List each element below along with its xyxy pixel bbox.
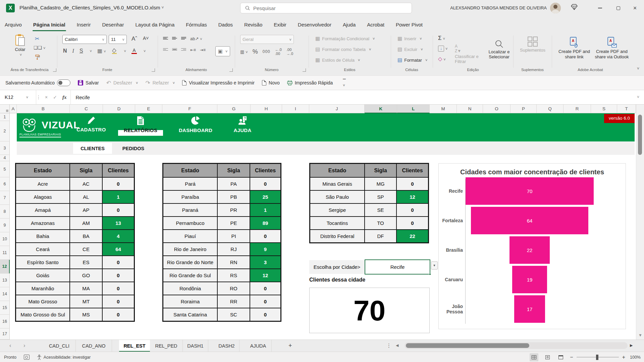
- state-cell[interactable]: Distrito Federal: [310, 230, 365, 243]
- comma-style-icon[interactable]: 000: [263, 49, 270, 54]
- clients-cell[interactable]: 0: [250, 295, 281, 308]
- menu-tab-desenvolvedor[interactable]: Desenvolvedor: [297, 16, 332, 33]
- subtab-pedidos[interactable]: PEDIDOS: [117, 143, 149, 154]
- chart-bar-caruaru[interactable]: 19: [512, 266, 547, 293]
- subtab-clientes[interactable]: CLIENTES: [73, 143, 112, 154]
- increase-decimal-icon[interactable]: ←.0.00: [275, 48, 282, 56]
- clients-cell[interactable]: 25: [250, 190, 281, 203]
- page-layout-view-button[interactable]: [543, 353, 552, 361]
- menu-tab-exibir[interactable]: Exibir: [273, 16, 287, 33]
- state-cell[interactable]: São Paulo: [310, 190, 365, 203]
- delete-cells-button[interactable]: ▧ Excluir˅: [397, 46, 423, 52]
- clients-cell[interactable]: 0: [250, 177, 281, 190]
- clients-cell[interactable]: 0: [102, 295, 134, 308]
- abbr-cell[interactable]: MG: [365, 177, 396, 190]
- page-break-view-button[interactable]: [556, 353, 565, 361]
- clients-cell[interactable]: 0: [396, 217, 428, 230]
- gem-icon[interactable]: [571, 4, 578, 10]
- vertical-scrollbar-thumb[interactable]: [638, 115, 642, 155]
- abbr-cell[interactable]: RR: [217, 295, 250, 308]
- collapse-ribbon-icon[interactable]: ˅: [637, 66, 639, 71]
- state-cell[interactable]: Mato Grosso do Sul: [16, 308, 70, 321]
- state-cell[interactable]: Acre: [16, 177, 70, 190]
- clients-cell[interactable]: 89: [250, 217, 281, 230]
- state-cell[interactable]: Mato Grosso: [16, 295, 70, 308]
- clients-cell[interactable]: 0: [250, 282, 281, 295]
- abbr-cell[interactable]: PR: [217, 203, 250, 217]
- chart-bar-joão-pessoa[interactable]: 17: [514, 295, 545, 323]
- abbr-cell[interactable]: MS: [70, 308, 102, 321]
- horizontal-scrollbar[interactable]: [405, 342, 628, 349]
- macro-record-icon[interactable]: [24, 355, 30, 360]
- create-pdf-link-button[interactable]: A Create PDF and share link: [557, 37, 591, 59]
- print-preview-button[interactable]: Visualizar Impressão e Imprimir: [182, 80, 255, 85]
- clients-cell[interactable]: 0: [250, 230, 281, 243]
- header-cell[interactable]: Clientes: [250, 164, 281, 177]
- clients-cell[interactable]: 0: [102, 203, 134, 217]
- add-sheet-button[interactable]: +: [288, 342, 292, 349]
- align-bottom-icon[interactable]: [181, 37, 186, 41]
- clear-icon[interactable]: ◇˅: [438, 56, 446, 62]
- avatar[interactable]: [550, 3, 561, 13]
- restore-button[interactable]: [610, 0, 626, 16]
- close-button[interactable]: ×: [627, 0, 643, 16]
- clients-cell[interactable]: 4: [102, 230, 134, 243]
- horizontal-scrollbar-thumb[interactable]: [406, 343, 529, 348]
- create-pdf-outlook-button[interactable]: A Create PDF and share via Outlook: [594, 37, 629, 59]
- abbr-cell[interactable]: AL: [70, 190, 102, 203]
- banner-nav-relatórios[interactable]: RELATÓRIOS: [115, 116, 166, 133]
- zoom-slider[interactable]: − +: [570, 354, 625, 360]
- chevron-down-icon[interactable]: ˅: [124, 49, 126, 53]
- minimize-button[interactable]: [592, 0, 608, 16]
- clients-cell[interactable]: 0: [396, 177, 428, 190]
- abbr-cell[interactable]: CE: [70, 243, 102, 256]
- state-cell[interactable]: Pernambuco: [163, 217, 217, 230]
- abbr-cell[interactable]: RN: [217, 256, 250, 269]
- abbr-cell[interactable]: RS: [217, 269, 250, 282]
- font-name-select[interactable]: Calibri˅: [62, 35, 107, 44]
- font-size-select[interactable]: 11˅: [109, 35, 127, 44]
- city-dropdown-button[interactable]: ▼: [431, 261, 438, 269]
- redo-button[interactable]: ↷ Refazer ˅: [146, 79, 175, 86]
- grow-font-icon[interactable]: Aˆ: [131, 36, 137, 42]
- abbr-cell[interactable]: MT: [70, 295, 102, 308]
- normal-view-button[interactable]: [530, 353, 538, 361]
- prev-sheet-icon[interactable]: ‹: [9, 343, 11, 349]
- scroll-down-icon[interactable]: ▼: [638, 333, 642, 338]
- state-cell[interactable]: Santa Catarina: [163, 308, 217, 321]
- new-document-button[interactable]: Novo: [262, 80, 280, 85]
- align-left-icon[interactable]: [163, 48, 168, 52]
- shrink-font-icon[interactable]: A˅: [143, 36, 149, 41]
- addins-button[interactable]: Suplementos: [519, 36, 547, 53]
- state-cell[interactable]: Maranhão: [16, 282, 70, 295]
- align-center-icon[interactable]: [172, 48, 177, 52]
- sheet-tab-rel_ped[interactable]: REL_PED: [150, 340, 183, 352]
- state-cell[interactable]: Rio Grande do Norte: [163, 256, 217, 269]
- sort-filter-button[interactable]: AZ▼ Classificar e Filtrar: [455, 44, 483, 64]
- decrease-indent-icon[interactable]: ⇤≡: [190, 48, 196, 52]
- header-cell[interactable]: Estado: [310, 164, 365, 177]
- dialog-launcher-icon[interactable]: [303, 68, 306, 72]
- name-box[interactable]: K12 ˅: [0, 90, 36, 104]
- clients-cell[interactable]: 0: [102, 308, 134, 321]
- increase-indent-icon[interactable]: ⇥≡: [200, 48, 206, 52]
- city-selector-cell[interactable]: Recife: [365, 259, 430, 275]
- autosave-toggle[interactable]: [57, 79, 70, 86]
- state-cell[interactable]: Paraíba: [163, 190, 217, 203]
- state-cell[interactable]: Rio de Janeiro: [163, 243, 217, 256]
- abbr-cell[interactable]: ES: [70, 256, 102, 269]
- font-color-icon[interactable]: A: [131, 48, 137, 54]
- header-cell[interactable]: Sigla: [70, 164, 102, 177]
- zoom-level[interactable]: 100%: [630, 355, 641, 360]
- align-middle-icon[interactable]: [172, 37, 177, 41]
- sheet-tab-rel_est[interactable]: REL_EST: [119, 340, 150, 352]
- abbr-cell[interactable]: PB: [217, 190, 250, 203]
- menu-tab-inserir[interactable]: Inserir: [76, 16, 92, 33]
- chart-bar-brasília[interactable]: 22: [509, 236, 550, 264]
- abbr-cell[interactable]: RJ: [217, 243, 250, 256]
- borders-icon[interactable]: ▦˅: [97, 48, 106, 54]
- number-format-select[interactable]: Geral˅: [240, 35, 294, 44]
- abbr-cell[interactable]: GO: [70, 269, 102, 282]
- undo-button[interactable]: ↶ Desfazer ˅: [106, 79, 138, 86]
- city-bar-chart[interactable]: Cidades com maior concentração de client…: [438, 163, 626, 329]
